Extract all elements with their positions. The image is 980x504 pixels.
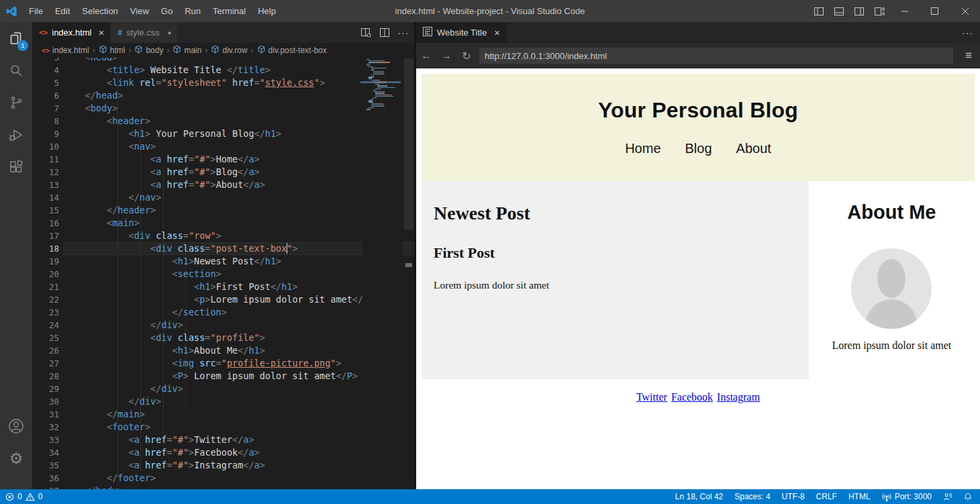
tab-style-css[interactable]: # style.css ● [111,22,179,43]
site-nav-link-about[interactable]: About [736,141,771,156]
footer-link-instagram[interactable]: Instagram [717,391,760,403]
code-line-34[interactable]: 34 <a href="#">Facebook</a> [32,446,414,459]
minimap[interactable] [362,58,403,489]
code-line-11[interactable]: 11 <a href="#">Home</a> [32,153,414,166]
footer-link-facebook[interactable]: Facebook [671,391,713,403]
open-preview-icon[interactable] [358,25,374,41]
more-actions-icon[interactable]: ··· [395,25,411,41]
menu-run[interactable]: Run [179,0,207,22]
search-icon[interactable] [0,54,32,87]
status-ln-18-col-42[interactable]: Ln 18, Col 42 [675,492,723,501]
code-line-16[interactable]: 16 <main> [32,217,414,230]
split-editor-icon[interactable] [377,25,393,41]
code-line-5[interactable]: 5 <link rel="stylesheet" href="style.css… [32,77,414,89]
code-line-13[interactable]: 13 <a href="#">About</a> [32,179,414,191]
close-window-button[interactable] [950,0,980,22]
code-line-32[interactable]: 32 <footer> [32,421,414,434]
menu-file[interactable]: File [23,0,49,22]
scrollbar-slider[interactable] [404,58,413,230]
menu-go[interactable]: Go [155,0,179,22]
code-line-19[interactable]: 19 <h1>Newest Post</h1> [32,255,414,268]
menu-terminal[interactable]: Terminal [207,0,252,22]
menu-view[interactable]: View [124,0,155,22]
status-spaces-4[interactable]: Spaces: 4 [734,492,770,501]
status-bell[interactable] [964,493,972,501]
code-line-37[interactable]: 37 </body> [32,485,414,489]
code-line-14[interactable]: 14 </nav> [32,191,414,204]
site-nav-link-home[interactable]: Home [625,141,660,156]
code-line-18[interactable]: 18 <div class="post-text-box"> [32,242,414,255]
breadcrumb-item-main[interactable]: main [173,45,201,56]
code-line-12[interactable]: 12 <a href="#">Blog</a> [32,166,414,179]
code-line-25[interactable]: 25 <div class="profile"> [32,332,414,344]
menu-help[interactable]: Help [252,0,282,22]
breadcrumb-item-body[interactable]: body [134,45,163,56]
toggle-secondary-sidebar-icon[interactable] [849,0,869,22]
breadcrumb-item-div-row[interactable]: div.row [211,45,247,56]
accounts-icon[interactable] [0,410,32,442]
unsaved-dot-icon[interactable]: ● [168,30,171,36]
code-line-6[interactable]: 6 </head> [32,89,414,102]
menu-selection[interactable]: Selection [76,0,124,22]
status-html[interactable]: HTML [848,492,871,501]
code-line-10[interactable]: 10 <nav> [32,140,414,153]
code-line-36[interactable]: 36 </footer> [32,472,414,485]
code-line-7[interactable]: 7 <body> [32,102,414,115]
code-line-21[interactable]: 21 <h1>First Post</h1> [32,281,414,293]
code-line-35[interactable]: 35 <a href="#">Instagram</a> [32,459,414,472]
code-line-31[interactable]: 31 </main> [32,408,414,421]
preview-more-actions-icon[interactable]: ··· [962,22,973,43]
code-line-27[interactable]: 27 <img src="profile-picture.png"> [32,357,414,370]
refresh-icon[interactable]: ↻ [456,50,477,62]
status-utf-8[interactable]: UTF-8 [782,492,805,501]
tab-index-html[interactable]: <> index.html × [32,22,111,43]
code-line-23[interactable]: 23 </section> [32,306,414,319]
explorer-icon[interactable]: 1 [0,22,32,54]
tab-website-title[interactable]: Website Title × [416,22,507,43]
extensions-icon[interactable] [0,151,32,183]
code-line-15[interactable]: 15 </header> [32,204,414,217]
code-line-33[interactable]: 33 <a href="#">Twitter</a> [32,434,414,446]
forward-icon[interactable]: → [436,50,456,62]
code-line-4[interactable]: 4 <title> Website Title </title> [32,64,414,77]
toggle-sidebar-icon[interactable] [809,0,829,22]
code-line-24[interactable]: 24 </div> [32,319,414,332]
code-editor[interactable]: 3 <head>4 <title> Website Title </title>… [32,58,414,489]
minimize-button[interactable] [889,0,920,22]
code-line-26[interactable]: 26 <h1>About Me</h1> [32,344,414,357]
settings-gear-icon[interactable]: ⚙ [0,442,32,474]
code-line-28[interactable]: 28 <P> Lorem ipsum dolor sit amet</P> [32,370,414,383]
source-control-icon[interactable] [0,87,32,119]
breadcrumb-item-index-html[interactable]: <>index.html [42,46,89,55]
code-line-17[interactable]: 17 <div class="row"> [32,230,414,242]
menu-edit[interactable]: Edit [49,0,76,22]
code-line-8[interactable]: 8 <header> [32,115,414,128]
close-tab-icon[interactable]: × [99,27,105,38]
close-preview-icon[interactable]: × [494,27,500,38]
site-nav-link-blog[interactable]: Blog [685,141,712,156]
menu-hamburger-icon[interactable]: ≡ [960,49,977,62]
status-broadcast[interactable]: Port: 3000 [882,492,932,501]
toggle-panel-icon[interactable] [829,0,849,22]
run-debug-icon[interactable] [0,119,32,151]
code-line-20[interactable]: 20 <section> [32,268,414,281]
editor-scrollbar[interactable] [404,58,413,489]
maximize-button[interactable] [920,0,950,22]
status-feedback[interactable] [943,493,952,501]
code-line-3[interactable]: 3 <head> [32,58,414,64]
status-crlf[interactable]: CRLF [816,492,837,501]
code-lines: 3 <head>4 <title> Website Title </title>… [32,58,414,489]
breadcrumb-item-html[interactable]: html [99,45,126,56]
code-line-22[interactable]: 22 <p>Lorem ipsum dolor sit amet</p> [32,293,414,306]
editor-preview-sash[interactable] [414,22,416,489]
customize-layout-icon[interactable] [869,0,889,22]
back-icon[interactable]: ← [416,50,436,62]
footer-link-twitter[interactable]: Twitter [636,391,667,403]
breadcrumb-item-div-post-text-box[interactable]: div.post-text-box [257,45,327,56]
code-line-29[interactable]: 29 </div> [32,383,414,395]
problems-indicator[interactable]: 0 0 [0,492,42,501]
bell-icon [964,493,972,501]
url-input[interactable] [479,48,953,64]
code-line-9[interactable]: 9 <h1> Your Personal Blog</h1> [32,128,414,140]
code-line-30[interactable]: 30 </div> [32,395,414,408]
